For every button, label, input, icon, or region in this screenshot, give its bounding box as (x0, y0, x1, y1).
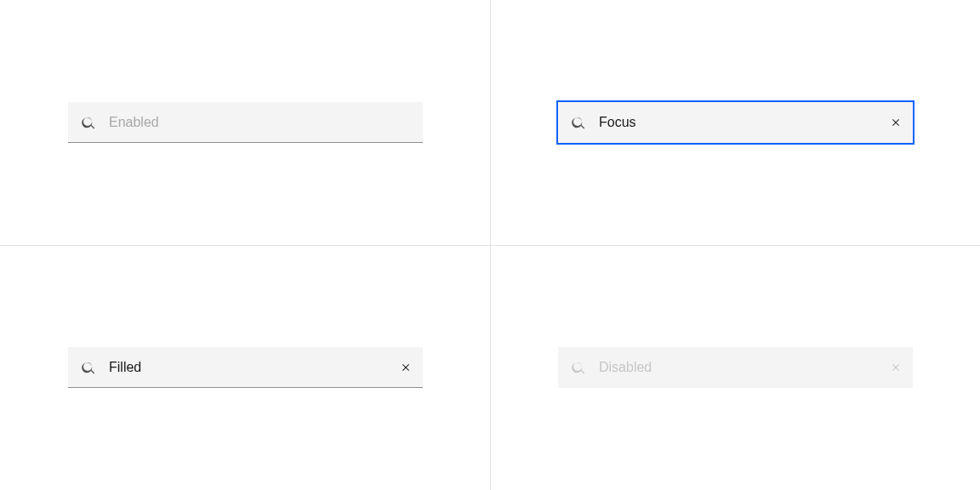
search-input[interactable] (95, 347, 389, 387)
close-icon (399, 361, 413, 374)
search-icon (82, 361, 95, 374)
cell-filled (0, 245, 490, 490)
search-focus[interactable] (558, 102, 913, 143)
cell-enabled (0, 0, 490, 245)
cell-disabled (490, 245, 980, 490)
close-icon (889, 361, 903, 374)
search-input[interactable] (95, 102, 389, 142)
search-icon (82, 116, 95, 129)
search-disabled (558, 347, 913, 388)
clear-button[interactable] (879, 102, 913, 143)
search-icon (572, 116, 585, 129)
clear-button[interactable] (389, 347, 423, 388)
cell-focus (490, 0, 980, 245)
search-filled[interactable] (68, 347, 423, 388)
search-input (585, 347, 879, 388)
states-grid (0, 0, 980, 490)
search-icon (572, 361, 585, 374)
close-icon (889, 116, 903, 129)
search-input[interactable] (585, 102, 879, 143)
clear-button (879, 347, 913, 388)
search-enabled[interactable] (68, 102, 423, 143)
